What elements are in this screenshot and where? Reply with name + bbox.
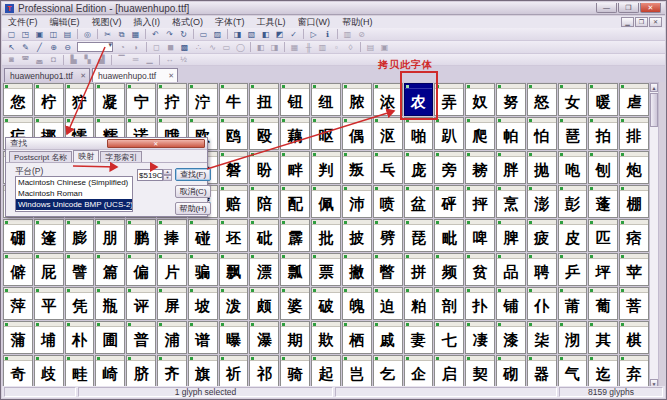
glyph-cell[interactable]: 平 — [34, 287, 64, 320]
curves-icon[interactable]: ◗ — [130, 42, 143, 53]
glyph-cell[interactable]: 鹏 — [126, 219, 156, 252]
intersect-icon[interactable]: ◚ — [19, 54, 32, 65]
glyph-cell[interactable]: 欺 — [311, 321, 341, 354]
glyph-cell[interactable]: 纽 — [311, 83, 341, 116]
glyph-cell[interactable]: 偶 — [342, 117, 372, 150]
glyph-cell[interactable]: 葡 — [588, 287, 618, 320]
glyph-cell[interactable]: 奴 — [465, 83, 495, 116]
glyph-cell[interactable]: 畦 — [65, 355, 95, 388]
glyph-cell[interactable]: 砌 — [496, 355, 526, 388]
glyph-cell[interactable]: 启 — [434, 355, 464, 388]
glyph-cell[interactable]: 啤 — [465, 219, 495, 252]
copy-icon[interactable]: ⧉ — [115, 29, 128, 40]
ellipse-tool-icon[interactable]: ◯ — [234, 42, 247, 53]
glyph-cell[interactable]: 其 — [588, 321, 618, 354]
glyph-cell[interactable]: 迫 — [373, 287, 403, 320]
glyph-cell[interactable]: 剖 — [434, 287, 464, 320]
union-icon[interactable]: ◙ — [5, 54, 18, 65]
glyph-cell[interactable]: 泼 — [219, 287, 249, 320]
glyph-cell[interactable]: 皮 — [558, 219, 588, 252]
mdi-minimize-button[interactable]: ▁ — [621, 17, 634, 27]
dialog-close-icon[interactable]: ✕ — [107, 139, 206, 148]
glyph-cell[interactable]: 票 — [311, 253, 341, 286]
grid-icon[interactable]: ▦ — [288, 42, 301, 53]
align-left-icon[interactable]: ▙ — [67, 54, 80, 65]
rulers-icon[interactable]: ▥ — [316, 42, 329, 53]
glyph-cell[interactable]: 谱 — [188, 321, 218, 354]
glyph-cell[interactable]: 漆 — [496, 321, 526, 354]
print-icon[interactable]: ▤ — [61, 29, 74, 40]
glyph-cell[interactable]: 颇 — [249, 287, 279, 320]
glyph-cell[interactable]: 起 — [311, 355, 341, 388]
zoom-in-icon[interactable]: ⊕ — [47, 42, 60, 53]
glyph-cell[interactable]: 栖 — [342, 321, 372, 354]
glyph-cell[interactable]: 品 — [496, 253, 526, 286]
glyph-cell[interactable]: 圃 — [95, 321, 125, 354]
glyph-cell[interactable]: 趴 — [434, 117, 464, 150]
rect-tool-icon[interactable]: ▭ — [220, 42, 233, 53]
dialog-title-bar[interactable]: 查找 ✕ — [6, 138, 207, 150]
zoom-out-icon[interactable]: ⊖ — [61, 42, 74, 53]
align-top-icon[interactable]: ▔ — [115, 54, 128, 65]
glyph-cell[interactable]: 暖 — [588, 83, 618, 116]
glyph-cell[interactable]: 抛 — [527, 151, 557, 184]
tab-close-icon[interactable]: ✕ — [164, 72, 174, 80]
glyph-cell[interactable]: 浦 — [157, 321, 187, 354]
glyph-cell[interactable]: 泞 — [188, 83, 218, 116]
document-tab-2[interactable]: huawenhupo.ttf✕ — [92, 68, 178, 82]
glyph-cell[interactable]: 瞥 — [373, 253, 403, 286]
glyph-cell[interactable]: 岂 — [342, 355, 372, 388]
vertical-scrollbar[interactable]: ▲ ▼ — [649, 82, 659, 389]
glyph-cell[interactable]: 漂 — [249, 253, 279, 286]
glyph-cell[interactable]: 乞 — [373, 355, 403, 388]
glyph-name-combobox[interactable] — [77, 42, 113, 52]
glyph-cell[interactable]: 拼 — [404, 253, 434, 286]
glyph-cell[interactable]: 宁 — [126, 83, 156, 116]
platform-list[interactable]: Macintosh Chinese (Simplified)Macintosh … — [15, 176, 133, 212]
paste-icon[interactable]: ▦ — [129, 29, 142, 40]
glyph-cell[interactable]: 痞 — [619, 219, 649, 252]
glyph-info-icon[interactable]: ▣ — [378, 42, 391, 53]
glyph-cell[interactable]: 澎 — [527, 185, 557, 218]
glyph-cell[interactable]: 篇 — [95, 253, 125, 286]
snap-icon[interactable]: ▫ — [330, 42, 343, 53]
glyph-cell[interactable]: 膨 — [65, 219, 95, 252]
glyph-cell[interactable]: 屁 — [34, 253, 64, 286]
glyph-cell[interactable]: 片 — [157, 253, 187, 286]
glyph-cell[interactable]: 旁 — [434, 151, 464, 184]
glyph-cell[interactable]: 沛 — [342, 185, 372, 218]
select-tool-icon[interactable]: ↖ — [5, 42, 18, 53]
glyph-cell[interactable]: 砒 — [249, 219, 279, 252]
glyph-cell[interactable]: 歧 — [34, 355, 64, 388]
close-button[interactable]: ✕ — [640, 3, 661, 13]
minimize-button[interactable]: — — [596, 3, 617, 13]
glyph-cell[interactable]: 僻 — [3, 253, 33, 286]
glyph-cell[interactable]: 畔 — [280, 151, 310, 184]
codepoint-stepper[interactable]: ▲▼ — [163, 169, 172, 181]
glyph-cell[interactable]: 帕 — [496, 117, 526, 150]
glyph-cell[interactable]: 铺 — [496, 287, 526, 320]
dialog-tab-3[interactable]: 字形索引 — [100, 151, 142, 162]
glyph-cell[interactable]: 贫 — [465, 253, 495, 286]
align-right-icon[interactable]: ▟ — [95, 54, 108, 65]
kerning-icon[interactable]: ◩ — [273, 29, 286, 40]
glyph-cell[interactable]: 乒 — [558, 253, 588, 286]
glyph-cell[interactable]: 菩 — [619, 287, 649, 320]
glyph-cell[interactable]: 凝 — [95, 83, 125, 116]
glyph-cell[interactable]: 奇 — [3, 355, 33, 388]
repeat-icon[interactable]: ↻ — [177, 29, 190, 40]
scrollbar-thumb[interactable] — [650, 93, 658, 127]
glyph-cell[interactable]: 琵 — [404, 219, 434, 252]
find-button[interactable]: 查找(F) — [175, 168, 211, 181]
align-bottom-icon[interactable]: ▁ — [143, 54, 156, 65]
glyph-cell[interactable]: 坪 — [588, 253, 618, 286]
glyph-cell[interactable]: 佩 — [311, 185, 341, 218]
glyph-cell[interactable]: 坡 — [188, 287, 218, 320]
platform-list-item[interactable]: Windows Unicode BMP (UCS-2) — [16, 199, 132, 210]
glyph-cell[interactable]: 契 — [465, 355, 495, 388]
glyph-cell[interactable]: 凄 — [465, 321, 495, 354]
glyph-cell[interactable]: 拧 — [157, 83, 187, 116]
glyph-cell[interactable]: 屏 — [157, 287, 187, 320]
naming-icon[interactable]: ▧ — [245, 29, 258, 40]
glyph-cell[interactable]: 戚 — [373, 321, 403, 354]
